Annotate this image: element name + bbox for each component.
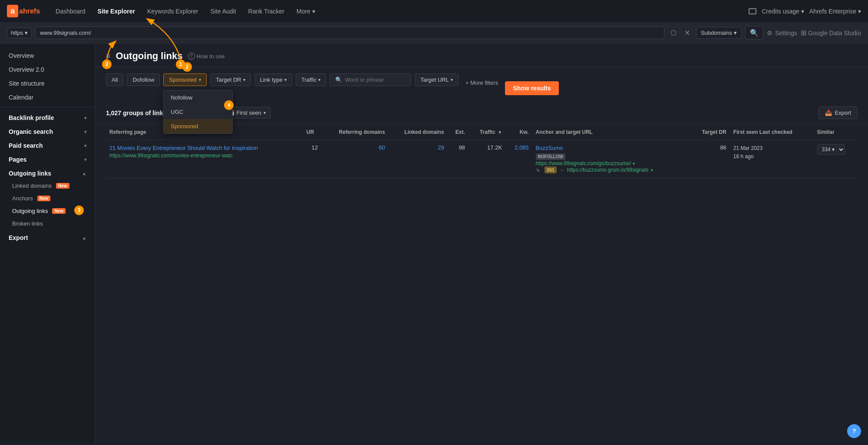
filter-dofollow-btn[interactable]: Dofollow (127, 73, 160, 86)
filter-row: All Dofollow Sponsored ▾ Nofollow UGC Sp… (106, 73, 459, 86)
hamburger-icon[interactable]: ≡ (106, 52, 111, 61)
redirect-target[interactable]: https://buzzsumo.grsm.io/99signals (567, 167, 648, 173)
gds-label: Google Data Studio (808, 30, 861, 37)
external-link-btn[interactable]: ⬡ (668, 27, 679, 39)
sidebar: Overview Overview 2.0 Site structure Cal… (0, 43, 96, 443)
td-referring-domains[interactable]: 60 (321, 140, 389, 178)
divider-1 (0, 107, 95, 107)
th-similar: Similar (814, 125, 858, 140)
filter-sponsored-btn[interactable]: Sponsored ▾ (163, 73, 207, 86)
main-layout: Overview Overview 2.0 Site structure Cal… (0, 43, 868, 443)
chevron-down-icon-backlink: ▾ (84, 116, 86, 120)
nav-keywords-explorer[interactable]: Keywords Explorer (142, 5, 204, 17)
gds-icon: ⊞ (801, 29, 806, 37)
chevron-down-icon-paid: ▾ (84, 143, 86, 148)
search-icon-filter: 🔍 (335, 76, 342, 83)
dropdown-nofollow[interactable]: Nofollow (164, 90, 232, 105)
target-url[interactable]: https://www.99signals.com/go/buzzsumo/ (536, 160, 631, 166)
dropdown-ugc[interactable]: UGC (164, 105, 232, 119)
logo-text: ahrefs (19, 7, 40, 15)
sidebar-section-outgoing[interactable]: Outgoing links ▲ (0, 166, 95, 179)
chevron-down-icon-enterprise: ▾ (858, 8, 861, 15)
filter-all-btn[interactable]: All (106, 73, 123, 86)
sponsored-label: Sponsored (169, 76, 196, 83)
sidebar-section-paid[interactable]: Paid search ▾ (0, 138, 95, 152)
export-btn[interactable]: 📥 Export (818, 106, 858, 119)
credits-usage-label: Credits usage (762, 8, 799, 15)
target-dr-label: Target DR (216, 76, 241, 83)
chevron-down-icon-organic: ▾ (84, 130, 86, 134)
similar-select[interactable]: 334 ▾ (817, 144, 845, 155)
td-linked-domains[interactable]: 29 (389, 140, 448, 178)
top-nav: a ahrefs Dashboard Site Explorer Keyword… (0, 0, 868, 23)
nav-rank-tracker[interactable]: Rank Tracker (243, 5, 290, 17)
help-btn[interactable]: ? (847, 424, 861, 438)
search-btn[interactable]: 🔍 (745, 26, 763, 40)
more-filters-btn[interactable]: + More filters (462, 77, 502, 89)
search-phrase-input[interactable] (345, 76, 406, 83)
sidebar-sub-broken-links[interactable]: Broken links (0, 217, 95, 230)
sidebar-sub-outgoing-links[interactable]: Outgoing links New 3 (0, 205, 95, 217)
chevron-down-icon-traffic: ▾ (318, 77, 320, 82)
first-seen-date: 21 Mar 2023 (733, 144, 810, 153)
gds-btn[interactable]: ⊞ Google Data Studio (801, 29, 861, 37)
page-title-link[interactable]: 21 Movies Every Entrepreneur Should Watc… (109, 145, 258, 151)
link-type-label: Link type (260, 76, 283, 83)
chevron-down-icon-credits: ▾ (801, 8, 804, 15)
credits-usage-btn[interactable]: Credits usage ▾ (762, 8, 804, 15)
dropdown-sponsored[interactable]: Sponsored (164, 119, 232, 133)
td-traffic: 17.2K (469, 140, 505, 178)
show-results-row: Show results (505, 78, 558, 95)
page-url[interactable]: https://www.99signals.com/movies-entrepr… (109, 153, 233, 159)
table-row: 21 Movies Every Entrepreneur Should Watc… (106, 140, 858, 178)
chevron-up-icon-outgoing: ▲ (82, 171, 86, 176)
chevron-down-icon-link-type: ▾ (284, 77, 287, 82)
td-ext: 98 (448, 140, 469, 178)
filter-target-url-btn[interactable]: Target URL ▾ (415, 73, 459, 86)
show-results-btn[interactable]: Show results (505, 81, 558, 95)
sidebar-sub-linked-domains[interactable]: Linked domains New (0, 179, 95, 192)
protocol-select[interactable]: https ▾ (7, 27, 32, 38)
th-ur: UR (303, 125, 321, 140)
th-traffic[interactable]: Traffic ▼ (469, 125, 505, 140)
last-checked-date: 16 h ago (733, 153, 810, 161)
filter-bar: 2 All Dofollow Sponsored ▾ Nofollow UGC … (96, 67, 868, 101)
sidebar-item-overview[interactable]: Overview (0, 49, 95, 63)
annotation-badge-3: 3 (74, 206, 84, 215)
nav-more[interactable]: More ▾ (291, 5, 320, 17)
filter-link-type-btn[interactable]: Link type ▾ (254, 73, 292, 86)
filter-target-dr-btn[interactable]: Target DR ▾ (210, 73, 251, 86)
monitor-btn[interactable] (749, 8, 756, 14)
sidebar-sub-anchors[interactable]: Anchors New (0, 192, 95, 205)
how-to-use-btn[interactable]: ? How to use (188, 53, 225, 60)
enterprise-btn[interactable]: Ahrefs Enterprise ▾ (809, 8, 861, 15)
nav-links: Dashboard Site Explorer Keywords Explore… (50, 5, 749, 17)
td-ur: 12 (303, 140, 321, 178)
sidebar-item-site-structure[interactable]: Site structure (0, 76, 95, 90)
nav-site-audit[interactable]: Site Audit (205, 5, 241, 17)
sidebar-section-pages[interactable]: Pages ▾ (0, 152, 95, 166)
clear-url-btn[interactable]: ✕ (682, 27, 693, 39)
sidebar-section-backlink[interactable]: Backlink profile ▾ (0, 110, 95, 124)
sidebar-section-organic[interactable]: Organic search ▾ (0, 124, 95, 138)
sidebar-item-overview-2[interactable]: Overview 2.0 (0, 63, 95, 76)
nav-site-explorer[interactable]: Site Explorer (92, 5, 140, 17)
settings-btn[interactable]: ⚙ Settings (767, 30, 797, 37)
td-anchor: BuzzSumo NOFOLLOW https://www.99signals.… (532, 140, 690, 178)
th-ext: Ext. (448, 125, 469, 140)
sidebar-item-calendar[interactable]: Calendar (0, 90, 95, 104)
filter-traffic-btn[interactable]: Traffic ▾ (296, 73, 326, 86)
nav-dashboard[interactable]: Dashboard (50, 5, 91, 17)
sidebar-section-export[interactable]: Export ▲ (0, 230, 95, 244)
td-similar: 334 ▾ (814, 140, 858, 178)
url-input[interactable] (35, 27, 664, 39)
page-title: Outgoing links (116, 50, 183, 62)
td-kw[interactable]: 2,085 (505, 140, 532, 178)
filter-second-row: + More filters (462, 77, 502, 89)
subdomains-btn[interactable]: Subdomains ▾ (696, 27, 742, 39)
logo[interactable]: a ahrefs (7, 5, 40, 17)
monitor-icon (749, 8, 756, 14)
anchor-text[interactable]: BuzzSumo (536, 145, 563, 151)
td-target-dr: 86 (690, 140, 730, 178)
nav-right: Credits usage ▾ Ahrefs Enterprise ▾ (749, 8, 861, 15)
